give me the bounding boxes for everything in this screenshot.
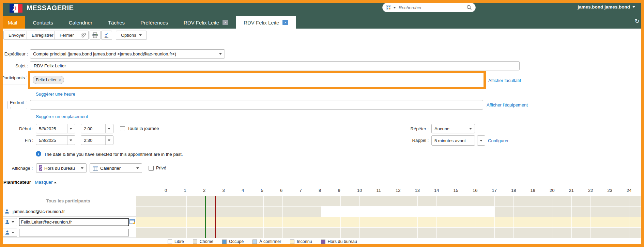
hour-gridline — [398, 228, 398, 238]
legend-swatch-oof — [321, 240, 325, 244]
hour-label: 20 — [550, 188, 559, 193]
repeat-caret-icon — [469, 128, 472, 130]
attendee-email-input[interactable] — [19, 218, 129, 226]
options-button[interactable]: Options — [116, 31, 147, 40]
hour-gridline — [591, 228, 591, 238]
freebusy-segment-unknown[interactable] — [136, 217, 641, 227]
sender-select[interactable]: Compte principal (james.bond james.bond … — [30, 49, 225, 59]
subject-field-wrap — [30, 61, 520, 70]
legend-label: Chômé — [200, 239, 213, 244]
attendees-label-button[interactable]: Participants : — [1, 76, 27, 84]
busy-status-select[interactable]: Hors du bureau — [36, 163, 87, 173]
end-time-value: 2:30 — [84, 138, 92, 143]
chip-close-icon[interactable]: × — [59, 78, 61, 82]
sender-label: Expéditeur : — [0, 51, 28, 56]
subject-input[interactable] — [33, 63, 517, 69]
attendees-field-highlighted[interactable]: Felix Leiter × — [28, 71, 486, 89]
show-equipment-link[interactable]: Afficher l'équipement — [487, 102, 528, 108]
private-checkbox[interactable] — [149, 166, 154, 171]
hour-gridline — [340, 196, 341, 206]
save-button[interactable]: Enregistrer — [27, 31, 59, 40]
user-menu[interactable]: james.bond james.bond — [578, 4, 635, 10]
freebusy-segment-non-working[interactable] — [494, 207, 641, 217]
display-label: Affichage : — [5, 166, 33, 171]
hour-gridline — [302, 196, 302, 206]
attendee-email-input[interactable] — [19, 229, 129, 236]
hour-gridline — [533, 217, 533, 227]
end-date-select[interactable]: 5/8/2025 — [36, 135, 75, 145]
attendee-type-combo[interactable] — [2, 229, 17, 237]
tab-calendrier[interactable]: Calendrier — [61, 16, 100, 29]
search-input[interactable] — [398, 5, 464, 11]
location-label-button[interactable]: Endroit : — [7, 101, 27, 109]
tab-close-icon[interactable]: × — [223, 20, 228, 25]
repeat-select[interactable]: Aucune — [431, 124, 475, 133]
print-button[interactable] — [90, 31, 101, 40]
location-input[interactable] — [33, 102, 480, 108]
hour-label: 14 — [434, 188, 444, 193]
hour-label: 4 — [242, 188, 251, 193]
freebusy-legend: LibreChôméOccupéÀ confirmerInconnuHors d… — [168, 239, 357, 244]
attendee-input-row — [0, 228, 136, 238]
reminder-select[interactable]: 5 minutes avant — [431, 135, 475, 146]
hour-gridline — [456, 228, 456, 238]
show-optional-link[interactable]: Afficher facultatif — [488, 78, 521, 83]
hour-gridline — [456, 207, 456, 217]
hour-gridline — [475, 228, 475, 238]
hour-label: 18 — [511, 188, 521, 193]
search-bar[interactable] — [382, 3, 476, 12]
spellcheck-button[interactable]: ✓ Abc — [101, 31, 112, 40]
free-busy-icon[interactable] — [129, 218, 135, 224]
search-icon[interactable] — [466, 5, 472, 10]
legend-label: Inconnu — [297, 239, 312, 244]
attendee-chip[interactable]: Felix Leiter × — [33, 76, 64, 84]
freebusy-segment-non-working[interactable] — [136, 228, 641, 238]
hour-gridline — [436, 217, 437, 227]
send-button[interactable]: Envoyer — [3, 31, 30, 40]
hour-gridline — [610, 217, 610, 227]
suggest-time-link[interactable]: Suggérer une heure — [36, 92, 75, 97]
tab-close-icon[interactable]: × — [282, 20, 288, 25]
tab-rdv-felix-leite[interactable]: RDV Felix Leite× — [236, 16, 296, 29]
hour-gridline — [436, 207, 437, 217]
attachment-button[interactable] — [78, 31, 89, 40]
hour-gridline — [302, 217, 302, 227]
configure-reminder-link[interactable]: Configurer — [488, 138, 509, 143]
calendar-select[interactable]: Calendrier — [90, 163, 142, 173]
suggest-location-link[interactable]: Suggérer un emplacement — [36, 114, 88, 119]
reminder-dropdown-button[interactable] — [477, 135, 485, 146]
hour-gridline — [186, 228, 187, 238]
start-time-select[interactable]: 2:00 — [81, 124, 113, 133]
end-time-select[interactable]: 2:30 — [81, 135, 113, 145]
tab-pr-f-rences[interactable]: Préférences — [133, 16, 176, 29]
search-scope-icon[interactable] — [386, 5, 391, 10]
tab-mail[interactable]: Mail — [0, 16, 25, 29]
start-date-select[interactable]: 5/8/2025 — [36, 124, 75, 133]
hour-gridline — [244, 196, 244, 206]
attendee-type-combo[interactable] — [2, 218, 17, 226]
freebusy-segment-non-working[interactable] — [136, 196, 641, 206]
hour-gridline — [321, 228, 321, 238]
tab-rdv-felix-leite[interactable]: RDV Felix Leite× — [176, 16, 236, 29]
hour-gridline — [571, 228, 572, 238]
scheduler-hide-link[interactable]: Masquer — [35, 180, 53, 185]
tab-contacts[interactable]: Contacts — [25, 16, 61, 29]
tab-t-ches[interactable]: Tâches — [100, 16, 133, 29]
hour-gridline — [475, 217, 475, 227]
refresh-icon[interactable]: ↻ — [635, 18, 640, 25]
busy-status-value: Hors du bureau — [44, 166, 75, 171]
hour-label: 3 — [223, 188, 232, 193]
allday-checkbox[interactable] — [120, 126, 125, 131]
search-scope-caret-icon[interactable] — [393, 7, 396, 9]
hour-gridline — [436, 196, 437, 206]
collapse-arrow-icon[interactable] — [54, 182, 57, 183]
hour-gridline — [340, 228, 341, 238]
allday-label: Toute la journée — [127, 126, 159, 131]
spellcheck-icon: ✓ Abc — [105, 32, 109, 39]
hour-gridline — [321, 217, 321, 227]
end-date-caret-icon — [70, 139, 72, 141]
close-button[interactable]: Fermer — [55, 31, 79, 40]
freebusy-segment-non-working[interactable] — [136, 207, 321, 217]
end-time-caret-icon — [108, 139, 110, 141]
freebusy-segment-free[interactable] — [321, 207, 494, 217]
